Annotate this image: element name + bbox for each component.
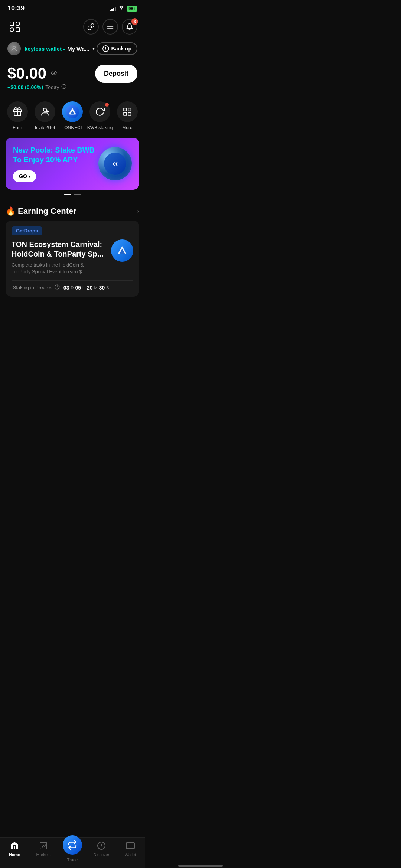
status-time: 10:39	[7, 4, 25, 12]
tonnect-sm-icon	[115, 244, 129, 257]
balance-change: +$0.00 (0.00%) Today	[7, 84, 66, 90]
gift-icon	[13, 107, 22, 117]
chevron-down-icon: ▾	[92, 46, 95, 51]
getdrops-badge: GetDrops	[12, 226, 42, 235]
info-icon[interactable]	[61, 84, 66, 90]
earn-label: Earn	[13, 125, 22, 130]
status-icons: 98+	[110, 5, 137, 12]
clock-icon	[55, 284, 60, 291]
earning-card-desc: Complete tasks in the HoldCoin &TonParty…	[12, 262, 107, 275]
earning-card-icon	[111, 239, 133, 262]
backup-button[interactable]: ! Back up	[97, 42, 137, 55]
eye-icon[interactable]	[50, 70, 58, 78]
menu-icon	[107, 23, 114, 30]
banner-dot-1	[64, 194, 71, 195]
countdown-minutes-label: M	[94, 285, 97, 290]
wifi-icon	[118, 5, 124, 12]
progress-row: ·Staking in Progres 03 D 05 H 20 M 30 S	[12, 280, 133, 291]
backup-label: Back up	[111, 46, 131, 52]
link-icon	[87, 23, 95, 30]
balance-period: Today	[45, 84, 59, 90]
tonnect-icon	[66, 105, 79, 118]
action-earn[interactable]: Earn	[4, 101, 31, 130]
notification-badge: 3	[131, 18, 138, 25]
bwb-red-dot	[105, 103, 109, 107]
banner-content: New Pools: Stake BWB To Enjoy 10% APY GO…	[13, 145, 95, 182]
svg-point-4	[53, 72, 55, 74]
svg-point-10	[43, 108, 47, 111]
balance-amount: $0.00	[7, 65, 46, 82]
action-tonnect[interactable]: TONNECT	[59, 101, 86, 130]
invite-label: Invite2Get	[35, 125, 55, 130]
earning-title: 🔥 Earning Center	[6, 206, 76, 216]
earning-card-text: TON Ecosystem Carnival:HoldCoin & TonPar…	[12, 239, 107, 275]
banner-line1: New Pools: Stake	[13, 146, 77, 154]
countdown: 03 D 05 H 20 M 30 S	[63, 285, 109, 291]
countdown-hours-num: 05	[75, 285, 81, 291]
deposit-button[interactable]: Deposit	[95, 65, 137, 83]
action-invite[interactable]: Invite2Get	[31, 101, 59, 130]
balance-change-value: +$0.00 (0.00%)	[7, 84, 43, 90]
earning-arrow-icon[interactable]: ›	[137, 208, 139, 215]
notification-button[interactable]: 3	[122, 19, 137, 35]
header-actions: 3	[83, 19, 137, 35]
countdown-days-label: D	[71, 285, 74, 290]
wallet-avatar	[7, 42, 21, 55]
banner-apy: 10% APY	[46, 156, 78, 164]
banner-line2: To Enjoy	[13, 156, 46, 164]
staking-label: ·Staking in Progres	[12, 285, 52, 290]
rotate-icon	[95, 107, 105, 117]
countdown-seconds-label: S	[106, 285, 109, 290]
countdown-hours-label: H	[82, 285, 85, 290]
header: 3	[0, 15, 145, 38]
earning-card-content: TON Ecosystem Carnival:HoldCoin & TonPar…	[12, 239, 133, 275]
more-icon-wrap	[117, 101, 138, 122]
balance-section: $0.00 +$0.00 (0.00%) Today Deposit	[0, 59, 145, 94]
wallet-keyless-label: keyless wallet -	[25, 46, 65, 52]
earning-card-title: TON Ecosystem Carnival:HoldCoin & TonPar…	[12, 239, 107, 259]
bwb-icon-wrap	[89, 101, 110, 122]
banner-title: New Pools: Stake BWB To Enjoy 10% APY	[13, 145, 95, 164]
wallet-row: keyless wallet - My Wa... ▾ ! Back up	[0, 38, 145, 59]
menu-button[interactable]	[102, 19, 118, 35]
link-button[interactable]	[83, 19, 99, 35]
wallet-mywallet-label: My Wa...	[67, 46, 89, 52]
promo-banner[interactable]: New Pools: Stake BWB To Enjoy 10% APY GO…	[6, 138, 139, 190]
svg-point-3	[13, 46, 16, 49]
bwb-label: BWB staking	[87, 125, 113, 130]
status-bar: 10:39 98+	[0, 0, 145, 15]
actions-row: Earn Invite2Get	[4, 101, 141, 130]
banner-bwb: BWB	[77, 146, 95, 154]
action-bwb[interactable]: BWB staking	[86, 101, 114, 130]
coin-chevrons: ‹‹	[113, 160, 118, 167]
action-more[interactable]: More	[114, 101, 141, 130]
invite-icon-wrap	[35, 101, 55, 122]
coin-outer: ‹‹	[98, 147, 132, 180]
earning-card[interactable]: GetDrops TON Ecosystem Carnival:HoldCoin…	[6, 221, 139, 297]
banner-dots	[6, 194, 139, 195]
banner-dot-2	[74, 194, 81, 195]
svg-rect-16	[128, 108, 131, 111]
wallet-name: keyless wallet - My Wa... ▾	[25, 46, 95, 52]
svg-rect-15	[124, 108, 127, 111]
countdown-seconds-num: 30	[99, 285, 105, 291]
banner-section: New Pools: Stake BWB To Enjoy 10% APY GO…	[0, 134, 145, 199]
earning-section: 🔥 Earning Center › GetDrops TON Ecosyste…	[0, 199, 145, 304]
app-logo[interactable]	[7, 19, 22, 34]
earn-icon-wrap	[7, 101, 28, 122]
more-label: More	[122, 125, 132, 130]
coin-inner: ‹‹	[104, 153, 126, 175]
countdown-minutes-num: 20	[87, 285, 93, 291]
tonnect-label: TONNECT	[62, 125, 83, 130]
wallet-selector[interactable]: keyless wallet - My Wa... ▾	[7, 42, 95, 55]
banner-go-button[interactable]: GO ›	[13, 170, 36, 182]
signal-icon	[110, 6, 116, 11]
actions-section: Earn Invite2Get	[0, 94, 145, 134]
bell-icon	[126, 23, 133, 30]
svg-rect-18	[124, 112, 127, 115]
battery-indicator: 98+	[127, 6, 137, 12]
banner-coin: ‹‹	[98, 147, 132, 180]
tonnect-icon-wrap	[62, 101, 83, 122]
svg-rect-17	[128, 112, 131, 115]
earning-header: 🔥 Earning Center ›	[6, 206, 139, 216]
